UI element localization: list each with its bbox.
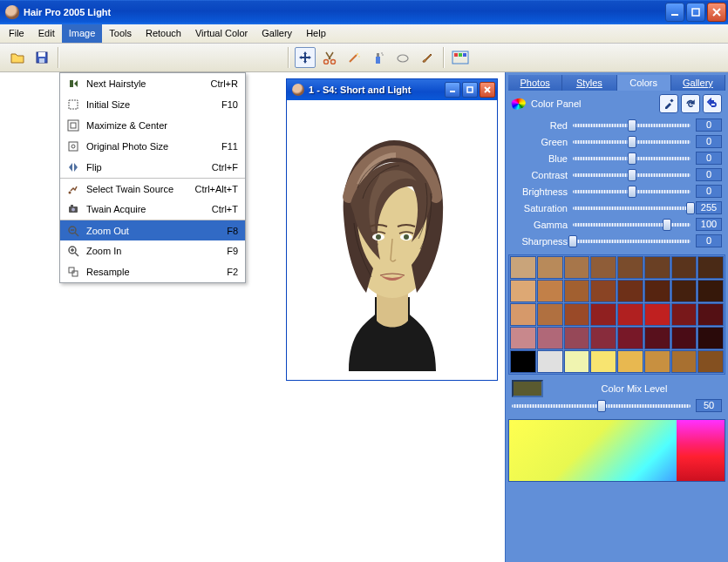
menu-item-resam[interactable]: ResampleF2 <box>60 261 245 282</box>
close-button[interactable] <box>707 3 726 22</box>
menu-item-zin[interactable]: Zoom InF9 <box>60 240 245 261</box>
palette-swatch[interactable] <box>537 350 563 373</box>
palette-swatch[interactable] <box>537 303 563 326</box>
palette-swatch[interactable] <box>644 327 670 349</box>
cloud-tool[interactable] <box>392 47 413 68</box>
wand-tool[interactable] <box>344 47 364 68</box>
menu-item-size[interactable]: Initial SizeF10 <box>60 94 245 115</box>
slider-track[interactable] <box>573 173 691 177</box>
palette-swatch[interactable] <box>590 303 616 326</box>
document-maximize-button[interactable] <box>462 82 478 98</box>
palette-swatch[interactable] <box>510 303 536 326</box>
palette-swatch[interactable] <box>564 280 590 302</box>
slider-thumb[interactable] <box>628 152 636 165</box>
spray-tool[interactable] <box>368 47 389 68</box>
menu-item-twacq[interactable]: Twain AcquireCtrl+T <box>60 199 245 220</box>
color-mix-slider[interactable] <box>512 404 691 408</box>
slider-track[interactable] <box>573 240 691 243</box>
palette-swatch[interactable] <box>510 256 536 279</box>
open-button[interactable] <box>7 47 28 68</box>
palette-swatch[interactable] <box>671 280 697 302</box>
menu-item-flip[interactable]: FlipCtrl+F <box>60 157 245 178</box>
brush-tool[interactable] <box>417 47 438 68</box>
menu-virtual-color[interactable]: Virtual Color <box>188 24 255 43</box>
palette-swatch[interactable] <box>590 280 616 302</box>
palette-swatch[interactable] <box>671 303 697 326</box>
slider-thumb[interactable] <box>663 219 671 231</box>
palette-swatch[interactable] <box>537 280 563 302</box>
tab-styles[interactable]: Styles <box>562 75 616 91</box>
palette-swatch[interactable] <box>564 350 590 373</box>
palette-swatch[interactable] <box>590 327 616 349</box>
document-window[interactable]: 1 - S4: Short and Light <box>286 78 498 381</box>
menu-retouch[interactable]: Retouch <box>139 24 188 43</box>
palette-swatch[interactable] <box>590 350 616 373</box>
palette-swatch[interactable] <box>644 303 670 326</box>
tab-gallery[interactable]: Gallery <box>671 75 725 91</box>
slider-thumb[interactable] <box>628 136 636 148</box>
palette-swatch[interactable] <box>671 327 697 349</box>
palette-swatch[interactable] <box>564 303 590 326</box>
palette-swatch[interactable] <box>644 280 670 302</box>
palette-swatch[interactable] <box>537 256 563 279</box>
slider-track[interactable] <box>573 157 691 160</box>
menu-item-next[interactable]: Next HairstyleCtrl+R <box>60 73 245 94</box>
palette-swatch[interactable] <box>671 350 697 373</box>
document-close-button[interactable] <box>480 82 495 98</box>
cut-tool[interactable] <box>319 47 340 68</box>
menu-tools[interactable]: Tools <box>102 24 139 43</box>
palette-swatch[interactable] <box>617 280 643 302</box>
save-button[interactable] <box>31 47 52 68</box>
slider-thumb[interactable] <box>568 235 577 247</box>
slider-thumb[interactable] <box>686 202 695 214</box>
maximize-button[interactable] <box>686 3 705 22</box>
minimize-button[interactable] <box>665 3 684 22</box>
slider-track[interactable] <box>573 124 691 127</box>
palette-swatch[interactable] <box>671 256 697 279</box>
slider-thumb[interactable] <box>628 169 636 181</box>
palette-swatch[interactable] <box>617 327 643 349</box>
menu-item-max[interactable]: Maximize & Center <box>60 115 245 136</box>
undo-button[interactable] <box>703 94 722 113</box>
current-color-swatch[interactable] <box>512 380 543 397</box>
palette-swatch[interactable] <box>537 327 563 349</box>
menu-edit[interactable]: Edit <box>31 24 62 43</box>
palette-swatch[interactable] <box>590 256 616 279</box>
palette-swatch[interactable] <box>644 350 670 373</box>
slider-track[interactable] <box>573 190 691 193</box>
refresh-button[interactable] <box>681 94 700 113</box>
menu-file[interactable]: File <box>2 24 31 43</box>
slider-track[interactable] <box>573 207 691 210</box>
palette-swatch[interactable] <box>510 327 536 349</box>
palette-swatch[interactable] <box>697 256 724 279</box>
eyedropper-button[interactable] <box>659 94 678 113</box>
tab-colors[interactable]: Colors <box>617 75 671 91</box>
move-tool[interactable] <box>295 47 316 68</box>
slider-thumb[interactable] <box>628 186 636 198</box>
palette-swatch[interactable] <box>697 350 724 373</box>
slider-thumb[interactable] <box>628 119 636 132</box>
palette-swatch[interactable] <box>564 327 590 349</box>
slider-track[interactable] <box>573 140 691 144</box>
slider-thumb[interactable] <box>597 400 606 412</box>
palette-swatch[interactable] <box>697 303 724 326</box>
slider-track[interactable] <box>573 223 691 227</box>
palette-swatch[interactable] <box>697 327 724 349</box>
palette-swatch[interactable] <box>617 350 643 373</box>
menu-item-orig[interactable]: Original Photo SizeF11 <box>60 136 245 157</box>
document-minimize-button[interactable] <box>445 82 460 98</box>
tab-photos[interactable]: Photos <box>508 75 562 91</box>
gradient-picker[interactable] <box>508 419 725 482</box>
palette-swatch[interactable] <box>564 256 590 279</box>
palette-swatch[interactable] <box>697 280 724 302</box>
menu-item-zout[interactable]: Zoom OutF8 <box>60 220 245 240</box>
menu-item-twsrc[interactable]: Select Twain SourceCtrl+Alt+T <box>60 178 245 199</box>
palette-swatch[interactable] <box>510 350 536 373</box>
palette-swatch[interactable] <box>644 256 670 279</box>
palette-swatch[interactable] <box>617 303 643 326</box>
palette-swatch[interactable] <box>510 280 536 302</box>
color-preview-button[interactable] <box>450 47 471 68</box>
palette-swatch[interactable] <box>617 256 643 279</box>
menu-gallery[interactable]: Gallery <box>255 24 299 43</box>
menu-help[interactable]: Help <box>299 24 333 43</box>
